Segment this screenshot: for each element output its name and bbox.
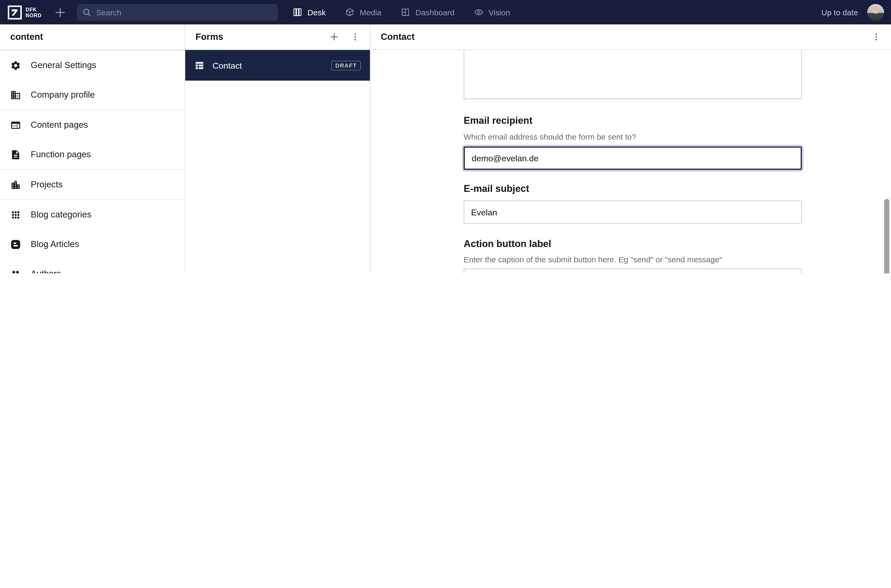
kebab-menu-icon xyxy=(351,33,360,41)
action-button-input[interactable] xyxy=(464,268,802,273)
email-recipient-input[interactable] xyxy=(464,147,802,170)
table-icon xyxy=(194,60,205,70)
create-form-button[interactable] xyxy=(329,32,340,42)
sidebar-item-projects[interactable]: Projects xyxy=(0,170,185,199)
email-subject-label: E-mail subject xyxy=(464,183,802,195)
app-window: DFK NORD Desk xyxy=(0,0,891,273)
building-icon xyxy=(10,90,21,100)
sidebar-item-label: General Settings xyxy=(31,60,96,70)
form-item-title: Contact xyxy=(213,60,242,70)
sidebar-item-label: Content pages xyxy=(31,120,88,130)
sidebar-item-blog-categories[interactable]: Blog categories xyxy=(0,200,185,230)
vertical-scrollbar[interactable] xyxy=(884,199,889,273)
layout-icon xyxy=(10,120,21,130)
people-icon xyxy=(10,268,21,273)
sidebar-item-label: Blog Articles xyxy=(31,239,79,249)
forms-pane-title: Forms xyxy=(195,32,223,42)
sidebar-item-blog-articles[interactable]: Blog Articles xyxy=(0,230,185,259)
email-recipient-label: Email recipient xyxy=(464,116,802,127)
sidebar-item-label: Projects xyxy=(31,180,63,190)
tab-label: Media xyxy=(360,8,381,16)
sync-status: Up to date xyxy=(821,8,858,16)
sidebar-item-general-settings[interactable]: General Settings xyxy=(0,51,185,80)
tab-label: Dashboard xyxy=(415,8,454,16)
tab-media[interactable]: Media xyxy=(345,8,381,17)
editor-scroll-area[interactable]: Email recipient Which email address shou… xyxy=(371,50,891,273)
scrolled-textarea-partial[interactable] xyxy=(464,50,802,99)
sidebar-item-function-pages[interactable]: Function pages xyxy=(0,140,185,169)
document-menu-button[interactable] xyxy=(872,33,881,41)
editor-header: Contact xyxy=(371,24,891,50)
action-button-label: Action button label xyxy=(464,238,802,250)
global-search[interactable] xyxy=(77,4,278,21)
tab-label: Desk xyxy=(307,8,326,16)
document-editor-pane: Contact Email recipient Which email addr… xyxy=(371,24,891,273)
new-document-button[interactable] xyxy=(54,6,66,18)
sidebar-item-company-profile[interactable]: Company profile xyxy=(0,80,185,110)
eye-icon xyxy=(474,8,484,17)
gear-icon xyxy=(10,60,21,71)
blogger-icon xyxy=(10,239,21,250)
form-list-item-contact[interactable]: Contact DRAFT xyxy=(185,50,370,81)
sidebar-item-label: Function pages xyxy=(31,149,91,160)
search-input[interactable] xyxy=(96,8,272,16)
action-button-description: Enter the caption of the submit button h… xyxy=(464,255,802,264)
tool-tabs: Desk Media Dashboard xyxy=(293,8,510,17)
sidebar-item-label: Company profile xyxy=(31,90,95,100)
sidebar-item-content-pages[interactable]: Content pages xyxy=(0,110,185,140)
sidebar-item-authors[interactable]: Authors xyxy=(0,259,185,273)
forms-pane-header: Forms xyxy=(185,24,370,50)
workspace-name: DFK NORD xyxy=(26,7,42,18)
document-title: Contact xyxy=(381,32,415,42)
draft-status-badge: DRAFT xyxy=(331,60,361,70)
top-bar: DFK NORD Desk xyxy=(0,0,891,24)
tab-desk[interactable]: Desk xyxy=(293,8,326,17)
tab-label: Vision xyxy=(488,8,510,16)
city-icon xyxy=(10,179,21,190)
sidebar-item-label: Blog categories xyxy=(31,210,92,220)
kebab-menu-icon xyxy=(872,33,881,41)
user-avatar[interactable] xyxy=(867,4,884,21)
forms-pane-menu-button[interactable] xyxy=(351,33,360,41)
sidebar-title: content xyxy=(10,32,43,42)
sidebar-header: content xyxy=(0,24,185,50)
package-icon xyxy=(345,8,355,17)
content-sidebar: content General Settings Company profile… xyxy=(0,24,185,273)
grid-icon xyxy=(10,209,21,220)
plus-icon xyxy=(54,6,66,18)
email-subject-input[interactable] xyxy=(464,201,802,224)
search-icon xyxy=(83,8,92,16)
dfk-nord-logo-icon xyxy=(8,5,22,20)
tab-vision[interactable]: Vision xyxy=(474,8,510,17)
forms-list-pane: Forms Contact DRAFT xyxy=(185,24,370,273)
email-recipient-description: Which email address should the form be s… xyxy=(464,132,802,141)
tab-dashboard[interactable]: Dashboard xyxy=(401,8,454,17)
workspace-logo[interactable]: DFK NORD xyxy=(8,5,42,20)
columns-icon xyxy=(293,8,302,17)
plus-icon xyxy=(329,32,340,42)
sidebar-item-label: Authors xyxy=(31,268,61,273)
document-icon xyxy=(10,149,21,160)
dashboard-icon xyxy=(401,8,410,17)
